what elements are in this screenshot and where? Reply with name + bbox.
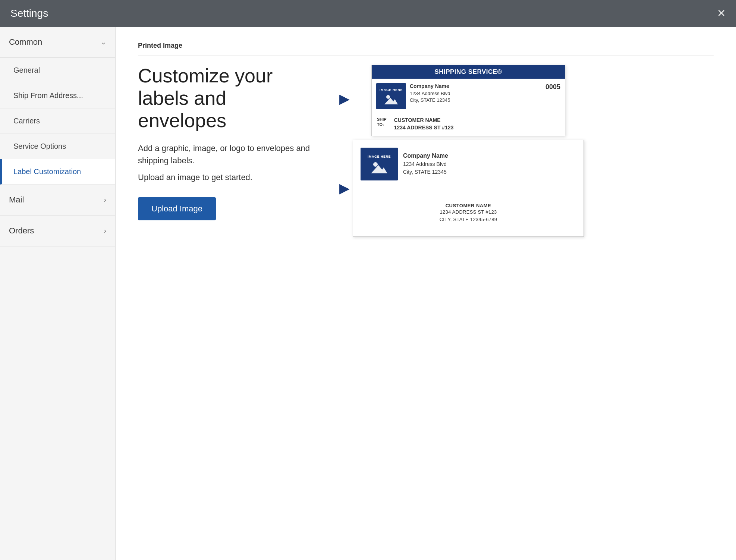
titlebar: Settings ✕ <box>0 0 736 27</box>
description: Add a graphic, image, or logo to envelop… <box>138 142 317 167</box>
sidebar-section-orders-label: Orders <box>9 226 34 236</box>
envelope-company-block: Company Name 1234 Address Blvd City, STA… <box>403 152 448 176</box>
label-ship-to: SHIP TO: CUSTOMER NAME 1234 ADDRESS ST #… <box>372 114 565 136</box>
window-title: Settings <box>10 7 48 19</box>
main-content: Printed Image Customize your labels and … <box>116 27 736 560</box>
label-image-placeholder: IMAGE HERE <box>376 83 406 109</box>
arrow-icon-label: ▶ <box>339 91 350 107</box>
sidebar-item-service-options[interactable]: Service Options <box>0 134 115 159</box>
label-body: IMAGE HERE <box>372 79 565 114</box>
envelope-image-placeholder: IMAGE HERE <box>361 148 398 180</box>
label-image-here-text: IMAGE HERE <box>380 88 403 92</box>
ship-to-address: CUSTOMER NAME 1234 ADDRESS ST #123 <box>394 117 454 131</box>
sidebar-item-general[interactable]: General <box>0 58 115 83</box>
envelope-city-state: City, STATE 12345 <box>403 168 448 176</box>
label-city-state: City, STATE 12345 <box>410 97 540 104</box>
chevron-right-icon-orders: › <box>104 227 106 235</box>
customer-address: 1234 ADDRESS ST #123 <box>394 124 454 132</box>
sub-description: Upload an image to get started. <box>138 173 317 182</box>
envelope-company-name: Company Name <box>403 152 448 159</box>
envelope-image-here-text: IMAGE HERE <box>368 155 391 158</box>
envelope-recipient-addr1: 1234 ADDRESS ST #123 <box>361 208 576 216</box>
envelope-preview: IMAGE HERE Company <box>353 140 584 237</box>
main-heading: Customize your labels and envelopes <box>138 65 317 132</box>
customer-name: CUSTOMER NAME <box>394 117 454 124</box>
section-label: Printed Image <box>138 42 714 56</box>
upload-image-button[interactable]: Upload Image <box>138 197 216 220</box>
envelope-top: IMAGE HERE Company <box>361 148 576 180</box>
envelope-recipient: CUSTOMER NAME 1234 ADDRESS ST #123 CITY,… <box>361 203 576 223</box>
settings-window: Settings ✕ Common ⌄ General Ship From Ad… <box>0 0 736 560</box>
sidebar-item-carriers[interactable]: Carriers <box>0 108 115 134</box>
label-image-placeholder-wrapper: IMAGE HERE <box>376 83 406 109</box>
sidebar-item-label-customization[interactable]: Label Customization <box>0 159 115 185</box>
label-number: 0005 <box>545 83 560 91</box>
label-address-block: Company Name 1234 Address Blvd City, STA… <box>410 83 540 104</box>
label-preview-row: ▶ SHIPPING SERVICE® IMAGE HERE <box>339 65 714 132</box>
label-address1: 1234 Address Blvd <box>410 90 540 97</box>
label-header: SHIPPING SERVICE® <box>372 65 565 79</box>
sidebar-section-common-label: Common <box>9 37 42 47</box>
envelope-preview-row: ▶ IMAGE HERE <box>339 140 714 237</box>
chevron-down-icon: ⌄ <box>101 38 106 46</box>
label-company: Company Name <box>410 83 540 89</box>
sidebar: Common ⌄ General Ship From Address... Ca… <box>0 27 116 560</box>
sidebar-item-ship-from[interactable]: Ship From Address... <box>0 83 115 108</box>
ship-to-row: SHIP TO: CUSTOMER NAME 1234 ADDRESS ST #… <box>377 117 560 131</box>
content-area: Common ⌄ General Ship From Address... Ca… <box>0 27 736 560</box>
arrow-icon-envelope: ▶ <box>339 180 350 196</box>
mountain-icon-label <box>384 93 398 104</box>
label-address-number-row: Company Name 1234 Address Blvd City, STA… <box>410 83 560 109</box>
sidebar-section-mail-label: Mail <box>9 195 24 205</box>
sidebar-section-common[interactable]: Common ⌄ <box>0 27 115 58</box>
svg-point-1 <box>386 95 390 99</box>
envelope-recipient-addr2: CITY, STATE 12345-6789 <box>361 216 576 223</box>
close-button[interactable]: ✕ <box>717 8 726 19</box>
sidebar-section-mail[interactable]: Mail › <box>0 185 115 215</box>
chevron-right-icon: › <box>104 196 106 204</box>
ship-to-label: SHIP TO: <box>377 117 387 131</box>
sidebar-section-orders[interactable]: Orders › <box>0 215 115 246</box>
svg-point-4 <box>373 162 378 167</box>
envelope-address1: 1234 Address Blvd <box>403 160 448 168</box>
envelope-recipient-name: CUSTOMER NAME <box>361 203 576 208</box>
mountain-icon-envelope <box>371 160 387 173</box>
label-preview: SHIPPING SERVICE® IMAGE HERE <box>371 65 565 136</box>
